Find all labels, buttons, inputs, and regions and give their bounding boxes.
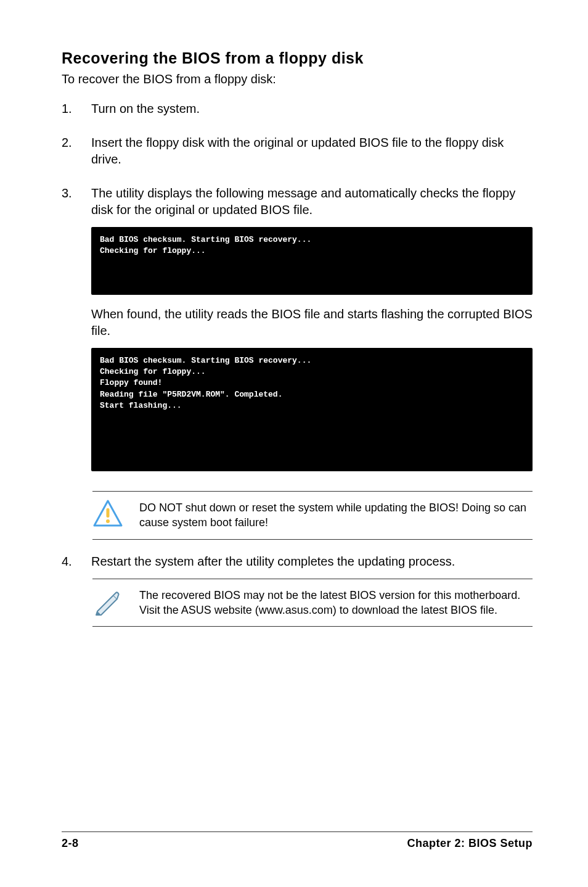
page-number: 2-8 xyxy=(62,837,79,850)
step-aftertext: When found, the utility reads the BIOS f… xyxy=(91,306,533,339)
step-body: The utility displays the following messa… xyxy=(91,185,533,482)
warning-text: DO NOT shut down or reset the system whi… xyxy=(139,499,533,530)
terminal-output-1: Bad BIOS checksum. Starting BIOS recover… xyxy=(91,227,533,295)
note-callout: The recovered BIOS may not be the latest… xyxy=(92,579,533,627)
step-text: Restart the system after the utility com… xyxy=(91,555,455,568)
divider xyxy=(92,539,533,540)
callout-row: The recovered BIOS may not be the latest… xyxy=(92,579,533,627)
footer-divider xyxy=(62,831,533,832)
step-number: 4. xyxy=(62,553,75,570)
warning-callout: DO NOT shut down or reset the system whi… xyxy=(92,491,533,540)
svg-point-1 xyxy=(106,519,110,523)
step-number: 3. xyxy=(62,185,75,482)
pencil-icon xyxy=(92,587,123,616)
steps-list: 1. Turn on the system. 2. Insert the flo… xyxy=(62,101,533,482)
step-text: The utility displays the following messa… xyxy=(91,185,533,218)
step-number: 2. xyxy=(62,134,75,176)
step-text: Insert the floppy disk with the original… xyxy=(91,134,533,168)
intro-text: To recover the BIOS from a floppy disk: xyxy=(62,71,533,87)
warning-icon xyxy=(92,499,123,529)
step-4: 4. Restart the system after the utility … xyxy=(62,553,533,570)
step-3: 3. The utility displays the following me… xyxy=(62,185,533,482)
step-body: Restart the system after the utility com… xyxy=(91,553,533,570)
step-2: 2. Insert the floppy disk with the origi… xyxy=(62,134,533,176)
svg-rect-0 xyxy=(107,508,110,518)
terminal-output-2: Bad BIOS checksum. Starting BIOS recover… xyxy=(91,348,533,471)
callout-row: DO NOT shut down or reset the system whi… xyxy=(92,492,533,539)
chapter-label: Chapter 2: BIOS Setup xyxy=(407,837,533,850)
section-title: Recovering the BIOS from a floppy disk xyxy=(62,49,533,67)
step-text: Turn on the system. xyxy=(91,101,533,117)
step-body: Insert the floppy disk with the original… xyxy=(91,134,533,176)
step-body: Turn on the system. xyxy=(91,101,533,126)
divider xyxy=(92,626,533,627)
step-1: 1. Turn on the system. xyxy=(62,101,533,126)
footer-row: 2-8 Chapter 2: BIOS Setup xyxy=(62,837,533,850)
step-number: 1. xyxy=(62,101,75,126)
note-text: The recovered BIOS may not be the latest… xyxy=(139,587,533,618)
page: Recovering the BIOS from a floppy disk T… xyxy=(0,0,588,887)
page-footer: 2-8 Chapter 2: BIOS Setup xyxy=(62,831,533,850)
